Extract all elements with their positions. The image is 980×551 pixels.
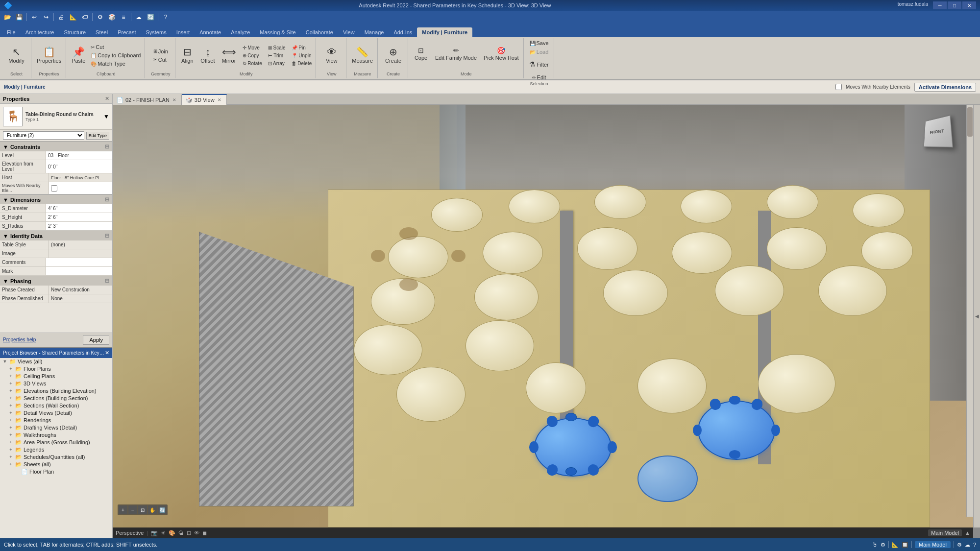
table-selected-3[interactable] (637, 455, 698, 502)
viewport[interactable]: FRONT + − ⊡ ✋ 🔄 Perspective | 📷 (113, 105, 980, 538)
pb-item-walkthroughs[interactable]: + 📂 Walkthroughs (0, 431, 112, 439)
level-value[interactable] (46, 151, 112, 160)
scrollbar-thumb[interactable] (967, 107, 973, 137)
table-12[interactable] (861, 232, 913, 270)
table-14[interactable] (474, 274, 539, 320)
maximize-button[interactable]: □ (948, 1, 961, 9)
cloud-button[interactable]: ☁ (133, 12, 144, 23)
load-selection-button[interactable]: 📂 Load (528, 48, 550, 56)
statusbar-icon-1[interactable]: 🖱 (872, 542, 878, 548)
move-button[interactable]: ✛ Move (241, 44, 264, 51)
radius-value[interactable] (46, 222, 112, 230)
cope-button[interactable]: ⊡ Cope (411, 40, 431, 68)
tab-view[interactable]: View (338, 27, 360, 37)
sheets-expand[interactable]: + (8, 462, 14, 467)
pb-item-legends[interactable]: + 📂 Legends (0, 446, 112, 454)
table-23[interactable] (758, 354, 835, 413)
pan-button[interactable]: ✋ (148, 505, 157, 514)
print-button[interactable]: 🖨 (56, 12, 67, 23)
table-10[interactable] (672, 232, 732, 274)
legends-expand[interactable]: + (8, 447, 14, 452)
minimize-button[interactable]: ─ (933, 1, 947, 9)
table-22[interactable] (637, 359, 706, 413)
pb-item-schedules[interactable]: + 📂 Schedules/Quantities (all) (0, 454, 112, 461)
statusbar-worksets-button[interactable]: 🔲 (902, 542, 908, 548)
statusbar-help-button[interactable]: ? (973, 542, 976, 548)
table-4[interactable] (681, 190, 732, 223)
table-1[interactable] (431, 198, 483, 232)
views-expand-icon[interactable]: ▼ (2, 359, 8, 364)
tab-finish-plan[interactable]: 📄 02 - FINISH PLAN ✕ (113, 94, 182, 105)
moves-with-nearby-checkbox[interactable] (835, 84, 842, 90)
viewport-scrollbar[interactable] (966, 105, 973, 517)
zoom-out-button[interactable]: − (128, 505, 137, 514)
table-17[interactable] (818, 265, 887, 316)
elevations-expand-icon[interactable]: + (8, 388, 14, 393)
pb-item-sections-wall[interactable]: + 📂 Sections (Wall Section) (0, 402, 112, 409)
modify-button[interactable]: ↖ Modify (6, 42, 26, 69)
sections-w-expand[interactable]: + (8, 403, 14, 408)
settings-button[interactable]: ⚙ (95, 12, 105, 23)
tab-architecture[interactable]: Architecture (21, 27, 59, 37)
table-18[interactable] (354, 325, 422, 376)
ceiling-expand-icon[interactable]: + (8, 374, 14, 379)
save-selection-button[interactable]: 💾 Save (528, 39, 551, 47)
vp-render-button[interactable]: 🎨 (169, 530, 175, 536)
pb-item-detail-views[interactable]: + 📂 Detail Views (Detail) (0, 409, 112, 417)
pb-item-drafting[interactable]: + 📂 Drafting Views (Detail) (0, 424, 112, 431)
pb-item-renderings[interactable]: + 📂 Renderings (0, 417, 112, 424)
drafting-expand[interactable]: + (8, 425, 14, 430)
table-11[interactable] (767, 227, 827, 269)
3d-view-button[interactable]: 🎲 (106, 12, 117, 23)
vp-model-display-button[interactable]: ◼ (202, 530, 207, 536)
delete-button[interactable]: 🗑 Delete (290, 60, 314, 67)
copy-button[interactable]: 📋 Copy to Clipboard (89, 51, 143, 59)
3d-view-close-icon[interactable]: ✕ (217, 97, 222, 102)
table-3[interactable] (594, 185, 646, 219)
mark-value[interactable] (46, 267, 112, 275)
right-collapse-handle[interactable]: ◀ (973, 105, 980, 527)
unpin-button[interactable]: 📍 Unpin (290, 52, 314, 59)
copy-elem-button[interactable]: ⊕ Copy (241, 52, 264, 59)
pb-item-3d-views[interactable]: + 📂 3D Views (0, 380, 112, 387)
pin-button[interactable]: 📌 Pin (290, 44, 314, 51)
tab-steel[interactable]: Steel (91, 27, 113, 37)
activate-dimensions-button[interactable]: Activate Dimensions (914, 83, 976, 92)
rotate-button[interactable]: ↻ Rotate (241, 60, 264, 67)
help-button[interactable]: ? (160, 12, 171, 23)
pb-item-area-plans[interactable]: + 📂 Area Plans (Gross Building) (0, 439, 112, 446)
schedules-expand[interactable]: + (8, 455, 14, 459)
tab-annotate[interactable]: Annotate (195, 27, 226, 37)
vp-expand-button[interactable]: ▲ (965, 530, 970, 536)
save-button[interactable]: 💾 (14, 12, 24, 23)
tab-addins[interactable]: Add-Ins (389, 27, 417, 37)
vp-sun-button[interactable]: ☀ (161, 530, 166, 536)
vp-crop-button[interactable]: ⊡ (187, 530, 191, 536)
zoom-fit-button[interactable]: ⊡ (138, 505, 147, 514)
floor-plans-expand-icon[interactable]: + (8, 366, 14, 371)
pb-item-ceiling-plans[interactable]: + 📂 Ceiling Plans (0, 373, 112, 380)
align-button[interactable]: ⊟ Align (178, 42, 196, 69)
detail-views-expand[interactable]: + (8, 410, 14, 415)
measure-button[interactable]: 📐 (68, 12, 78, 23)
navcube[interactable]: FRONT (917, 112, 961, 156)
tab-massing[interactable]: Massing & Site (255, 27, 300, 37)
table-6[interactable] (853, 193, 904, 227)
open-button[interactable]: 📂 (2, 12, 13, 23)
constraints-section-header[interactable]: ▼ Constraints ⊟ (0, 142, 112, 151)
pb-item-sections-building[interactable]: + 📂 Sections (Building Section) (0, 395, 112, 402)
tab-precast[interactable]: Precast (113, 27, 141, 37)
paste-button[interactable]: 📌 Paste (69, 42, 88, 69)
identity-section-header[interactable]: ▼ Identity Data ⊟ (0, 231, 112, 240)
pb-item-elevations[interactable]: + 📂 Elevations (Building Elevation) (0, 387, 112, 395)
pb-item-sheets[interactable]: + 📂 Sheets (all) (0, 461, 112, 468)
table-8[interactable] (483, 232, 543, 274)
sections-b-expand[interactable]: + (8, 396, 14, 401)
mirror-pk-button[interactable]: ⟺ Mirror (220, 42, 239, 69)
thin-lines-button[interactable]: ≡ (118, 12, 129, 23)
edit-family-mode-button[interactable]: ✏ Edit Family Mode (433, 40, 479, 68)
zoom-in-button[interactable]: + (119, 505, 127, 514)
table-16[interactable] (715, 265, 784, 316)
height-value[interactable] (46, 213, 112, 221)
redo-button[interactable]: ↪ (41, 12, 51, 23)
